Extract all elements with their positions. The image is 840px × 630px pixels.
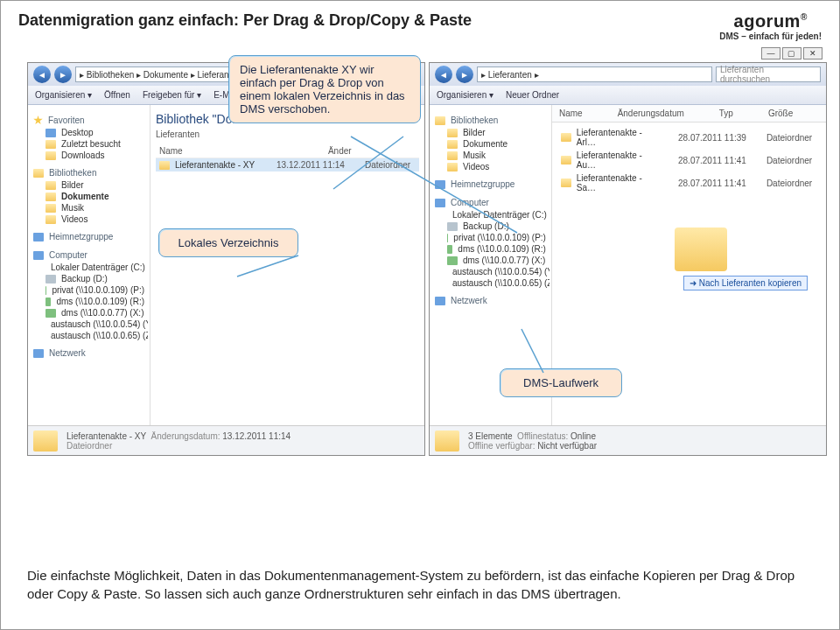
page-title: Datenmigration ganz einfach: Per Drag & … [18,11,472,30]
callout-local: Lokales Verzeichnis [158,228,298,257]
brand-logo: agorum® DMS – einfach für jeden! [719,11,822,41]
tb-newfolder[interactable]: Neuer Ordner [506,90,559,100]
address-bar[interactable]: ▸ Lieferanten ▸ [477,66,712,82]
table-row[interactable]: Lieferantenakte - XY 13.12.2011 11:14 Da… [156,158,419,172]
star-icon [33,116,43,125]
tb-organize[interactable]: Organisieren ▾ [35,90,92,100]
tb-organize[interactable]: Organisieren ▾ [437,90,494,100]
folder-icon [159,161,170,170]
fwd-icon[interactable]: ► [54,66,72,83]
back-icon[interactable]: ◄ [33,66,51,83]
callout-main: Die Lieferantenakte XY wir einfach per D… [228,55,421,123]
folder-icon [33,430,58,452]
folder-icon [435,430,459,452]
nav-tree[interactable]: Favoriten Desktop Zuletzt besucht Downlo… [28,105,150,425]
min-icon[interactable]: — [761,47,780,60]
search-input[interactable]: Lieferanten durchsuchen [716,66,821,82]
copy-tooltip: ➜ Nach Lieferanten kopieren [683,276,808,290]
drag-folder-icon[interactable] [675,228,727,271]
callout-dms: DMS-Laufwerk [500,368,622,397]
fwd-icon[interactable]: ► [456,66,473,83]
content-sub: Lieferanten [156,130,419,144]
table-row[interactable]: Lieferantenakte - Sa…28.07.2011 11:41Dat… [557,172,821,194]
footer-text: Die einfachste Möglichkeit, Daten in das… [27,566,813,603]
table-row[interactable]: Lieferantenakte - Au…28.07.2011 11:41Dat… [557,149,821,172]
explorer-right: — ▢ ✕ ◄ ► ▸ Lieferanten ▸ Lieferanten du… [429,62,827,456]
table-row[interactable]: Lieferantenakte - Arl…28.07.2011 11:39Da… [557,126,821,149]
close-icon[interactable]: ✕ [803,47,822,60]
tb-open[interactable]: Öffnen [104,90,130,100]
back-icon[interactable]: ◄ [435,66,452,83]
max-icon[interactable]: ▢ [782,47,802,60]
tb-share[interactable]: Freigeben für ▾ [143,90,201,100]
